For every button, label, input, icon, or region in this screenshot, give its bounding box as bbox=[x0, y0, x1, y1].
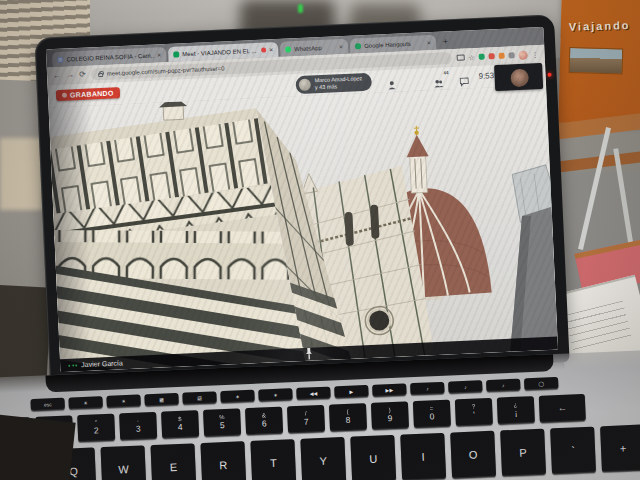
people-icon[interactable] bbox=[433, 73, 444, 91]
chat-icon[interactable] bbox=[459, 72, 469, 90]
keyboard-key: U bbox=[350, 435, 396, 480]
meet-favicon-icon bbox=[173, 51, 179, 57]
key-shift-symbol: ? bbox=[472, 404, 476, 411]
keyboard-key: ♪ bbox=[410, 382, 444, 395]
tab-recording-dot-icon bbox=[261, 47, 266, 52]
keyboard-key: · 3 bbox=[119, 412, 157, 441]
key-main-symbol: ¡ bbox=[514, 409, 517, 419]
participant-avatar bbox=[299, 79, 312, 92]
presented-video: Javier García bbox=[49, 85, 559, 372]
keyboard-key: ♪ bbox=[486, 379, 520, 392]
toolbar-icons: ☆ ⋮ bbox=[456, 50, 539, 63]
classroom-photo: Viajando COLEGIO REINA SOFIA - Cam... × … bbox=[0, 0, 640, 480]
keyboard-key: E bbox=[150, 443, 196, 480]
key-main-symbol: 9 bbox=[388, 414, 393, 424]
new-tab-button[interactable]: + bbox=[443, 37, 449, 46]
key-main-symbol: ' bbox=[473, 411, 475, 421]
keyboard-key: I bbox=[400, 433, 446, 480]
keyboard-key: esc bbox=[30, 398, 64, 411]
hangouts-favicon-icon bbox=[355, 43, 361, 49]
tab-title: COLEGIO REINA SOFIA - Cam... bbox=[66, 52, 154, 62]
forward-button[interactable]: → bbox=[66, 71, 74, 79]
keyboard-key: " 2 bbox=[77, 414, 115, 443]
profile-avatar[interactable] bbox=[518, 50, 527, 59]
url-text: meet.google.com/sum-pqpz-pvr?authuser=0 bbox=[107, 65, 225, 76]
shadow-bottom-left bbox=[0, 414, 76, 480]
back-button[interactable]: ← bbox=[53, 72, 61, 80]
bookmark-star-icon[interactable]: ☆ bbox=[468, 54, 475, 61]
tab-title: Google Hangouts bbox=[364, 40, 424, 49]
keyboard-key: & 6 bbox=[245, 407, 283, 436]
key-shift-symbol: $ bbox=[178, 416, 182, 423]
key-main-symbol: 8 bbox=[346, 416, 351, 426]
keyboard-key: ◯ bbox=[524, 377, 558, 390]
tab-close-icon[interactable]: × bbox=[339, 43, 343, 50]
key-main-symbol: 6 bbox=[262, 419, 267, 429]
person-icon[interactable] bbox=[387, 76, 396, 94]
browser-window: COLEGIO REINA SOFIA - Cam... × Meet - VI… bbox=[46, 27, 558, 372]
keyboard-key: ) 9 bbox=[371, 401, 409, 430]
florence-scene bbox=[49, 85, 559, 372]
laptop-display: COLEGIO REINA SOFIA - Cam... × Meet - VI… bbox=[34, 14, 569, 385]
keyboard-key: ▤ bbox=[182, 391, 216, 404]
keyboard-key: ∗ bbox=[220, 390, 254, 403]
keyboard-key: T bbox=[250, 439, 296, 480]
keyboard-key: $ 4 bbox=[161, 410, 199, 439]
keyboard-key: ( 8 bbox=[329, 403, 367, 432]
key-shift-symbol: · bbox=[137, 418, 139, 425]
keyboard-key: ¿ ¡ bbox=[497, 396, 535, 425]
key-shift-symbol: ( bbox=[347, 409, 349, 416]
poster-photo bbox=[569, 47, 624, 74]
tab-close-icon[interactable]: × bbox=[427, 39, 431, 46]
tab-close-icon[interactable]: × bbox=[269, 46, 273, 53]
key-shift-symbol: ¿ bbox=[514, 402, 518, 409]
key-main-symbol: 0 bbox=[429, 412, 434, 422]
key-main-symbol: 5 bbox=[220, 421, 225, 431]
keyboard-key: + bbox=[600, 424, 640, 472]
key-shift-symbol: = bbox=[430, 405, 434, 412]
key-main-symbol: 2 bbox=[94, 426, 99, 436]
clock: 9:53 bbox=[478, 71, 494, 81]
recording-badge: GRABANDO bbox=[56, 87, 120, 101]
keyboard-key: ∗ bbox=[258, 388, 292, 401]
keyboard-key: ☀ bbox=[106, 394, 140, 407]
keyboard-key: = 0 bbox=[413, 400, 451, 429]
cast-icon[interactable] bbox=[456, 54, 464, 60]
extension-green-icon[interactable] bbox=[479, 54, 485, 60]
desk-left bbox=[0, 138, 42, 210]
extension-red-icon[interactable] bbox=[489, 53, 495, 59]
keyboard-key: ` bbox=[550, 427, 596, 475]
key-shift-symbol: ) bbox=[389, 407, 391, 414]
delete-key: ← bbox=[539, 394, 586, 423]
tab-title: Meet - VIAJANDO EN EL ... bbox=[182, 47, 258, 56]
keyboard-key: ▶ bbox=[334, 385, 368, 398]
key-main-symbol: 3 bbox=[136, 425, 141, 435]
lock-icon bbox=[98, 73, 103, 77]
menu-kebab-icon[interactable]: ⋮ bbox=[531, 51, 538, 58]
tab-title: WhatsApp bbox=[294, 44, 336, 52]
keyboard-key: R bbox=[200, 441, 246, 480]
key-main-symbol: 7 bbox=[304, 418, 309, 428]
keyboard-key: / 7 bbox=[287, 405, 325, 434]
recording-label: GRABANDO bbox=[70, 89, 114, 98]
tab-close-icon[interactable]: × bbox=[157, 51, 161, 58]
people-count: 44 bbox=[443, 70, 448, 75]
key-shift-symbol: " bbox=[95, 420, 97, 427]
key-shift-symbol: / bbox=[305, 411, 307, 418]
keyboard-key: O bbox=[450, 431, 496, 479]
extensions-puzzle-icon[interactable] bbox=[509, 52, 515, 58]
extension-orange-icon[interactable] bbox=[499, 53, 505, 59]
participants-pill[interactable]: Marco Amad-López y 43 más bbox=[295, 73, 371, 95]
key-shift-symbol: & bbox=[262, 412, 266, 419]
reload-button[interactable]: ⟳ bbox=[79, 71, 86, 79]
keyboard-key: ▶▶ bbox=[372, 383, 406, 396]
self-view-thumbnail[interactable] bbox=[494, 63, 543, 91]
whatsapp-favicon-icon bbox=[285, 46, 291, 52]
green-light bbox=[298, 4, 303, 13]
keyboard-key: W bbox=[101, 445, 147, 480]
keyboard-key: ♪ bbox=[448, 380, 482, 393]
participants-overflow: y 43 más bbox=[315, 82, 363, 91]
red-led bbox=[547, 73, 551, 77]
document-favicon-icon bbox=[57, 56, 63, 62]
keyboard-key: P bbox=[500, 429, 546, 477]
